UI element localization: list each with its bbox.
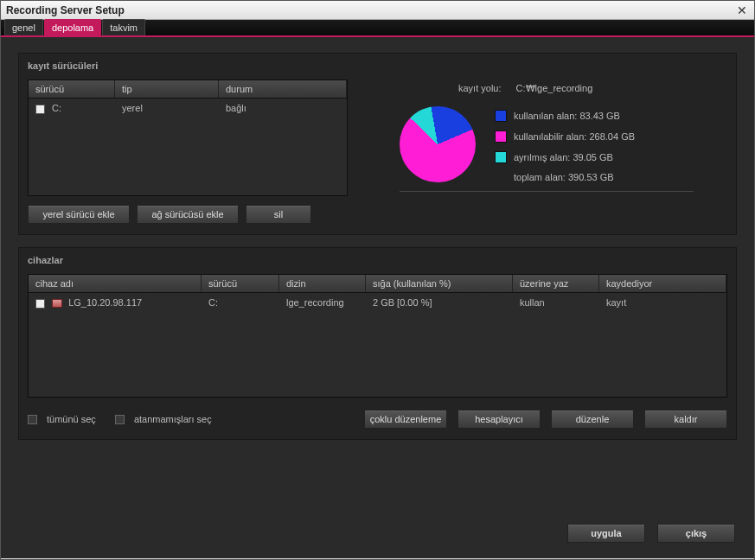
edit-button[interactable]: düzenle <box>551 410 634 429</box>
device-row-drive: C: <box>202 296 279 310</box>
devices-header-name[interactable]: cihaz adı <box>29 275 202 292</box>
swatch-reserved-icon <box>495 151 507 163</box>
camera-icon <box>52 299 62 308</box>
device-row-capacity: 2 GB [0.00 %] <box>366 296 513 310</box>
select-unassigned-label: atanmamışları seç <box>134 414 212 424</box>
window-title: Recording Server Setup <box>6 4 125 16</box>
close-icon[interactable]: ✕ <box>735 3 749 17</box>
drive-row-status: bağlı <box>219 101 347 116</box>
tab-strip: genel depolama takvim <box>1 20 754 37</box>
device-row-checkbox[interactable] <box>35 299 45 309</box>
legend-total-label: toplam alan: 390.53 GB <box>514 172 614 182</box>
swatch-used-icon <box>495 110 507 122</box>
select-all-checkbox[interactable]: tümünü seç <box>28 414 96 424</box>
drive-row-type: yerel <box>115 101 219 116</box>
devices-grid: cihaz adı sürücü dizin sığa (kullanılan … <box>28 274 727 398</box>
drives-panel: kayıt sürücüleri sürücü tip durum <box>18 53 737 235</box>
storage-pie-chart <box>400 106 476 182</box>
add-network-drive-button[interactable]: ağ sürücüsü ekle <box>137 205 239 224</box>
device-row-recording: kayıt <box>599 296 726 310</box>
drive-row[interactable]: C: yerel bağlı <box>29 99 347 118</box>
select-all-label: tümünü seç <box>47 414 96 424</box>
device-row[interactable]: LG_10.20.98.117 C: lge_recording 2 GB [0… <box>29 293 726 313</box>
legend-reserved: ayrılmış alan: 39.05 GB <box>495 151 635 163</box>
devices-header-dir[interactable]: dizin <box>279 275 366 292</box>
devices-panel-title: cihazlar <box>19 248 736 274</box>
calculator-button[interactable]: hesaplayıcı <box>457 410 541 429</box>
drives-header-drive[interactable]: sürücü <box>29 80 115 98</box>
select-unassigned-checkbox[interactable]: atanmamışları seç <box>115 414 212 424</box>
devices-header-recording[interactable]: kaydediyor <box>599 275 726 292</box>
divider <box>400 191 694 192</box>
legend-available-label: kullanılabilir alan: 268.04 GB <box>514 131 635 142</box>
drive-row-name: C: <box>52 103 61 113</box>
checkbox-icon <box>28 415 37 424</box>
remove-button[interactable]: kaldır <box>644 410 727 429</box>
multi-edit-button[interactable]: çoklu düzenleme <box>364 410 447 429</box>
drives-header-status[interactable]: durum <box>219 80 347 98</box>
devices-header-capacity[interactable]: sığa (kullanılan %) <box>366 275 513 292</box>
add-local-drive-button[interactable]: yerel sürücü ekle <box>28 205 130 224</box>
legend-total: toplam alan: 390.53 GB <box>495 172 635 182</box>
titlebar: Recording Server Setup ✕ <box>1 1 754 20</box>
device-row-overwrite: kullan <box>513 296 599 310</box>
drive-row-checkbox[interactable] <box>35 105 45 114</box>
devices-header-overwrite[interactable]: üzerine yaz <box>513 275 599 292</box>
swatch-available-icon <box>495 130 507 143</box>
legend-used: kullanılan alan: 83.43 GB <box>495 110 635 122</box>
drives-grid: sürücü tip durum C: yere <box>28 80 348 196</box>
apply-button[interactable]: uygula <box>567 524 645 543</box>
checkbox-icon <box>115 415 125 424</box>
legend-used-label: kullanılan alan: 83.43 GB <box>514 111 620 121</box>
content-area: kayıt sürücüleri sürücü tip durum <box>1 37 754 558</box>
devices-header-drive[interactable]: sürücü <box>202 275 279 292</box>
recording-server-window: Recording Server Setup ✕ genel depolama … <box>0 0 755 560</box>
device-row-dir: lge_recording <box>279 296 366 310</box>
drives-header-type[interactable]: tip <box>115 80 219 98</box>
delete-drive-button[interactable]: sil <box>246 205 311 224</box>
legend-available: kullanılabilir alan: 268.04 GB <box>495 130 635 143</box>
record-path-label: kayıt yolu: <box>458 83 502 93</box>
drives-panel-title: kayıt sürücüleri <box>19 54 736 80</box>
tab-storage[interactable]: depolama <box>44 19 101 35</box>
record-path-value: C:₩lge_recording <box>516 83 593 93</box>
legend-reserved-label: ayrılmış alan: 39.05 GB <box>514 152 613 162</box>
tab-calendar[interactable]: takvim <box>102 19 145 35</box>
tab-general[interactable]: genel <box>4 19 43 35</box>
devices-panel: cihazlar cihaz adı sürücü dizin sığa (ku… <box>18 247 737 440</box>
exit-button[interactable]: çıkış <box>657 524 735 543</box>
device-row-name: LG_10.20.98.117 <box>68 297 142 308</box>
